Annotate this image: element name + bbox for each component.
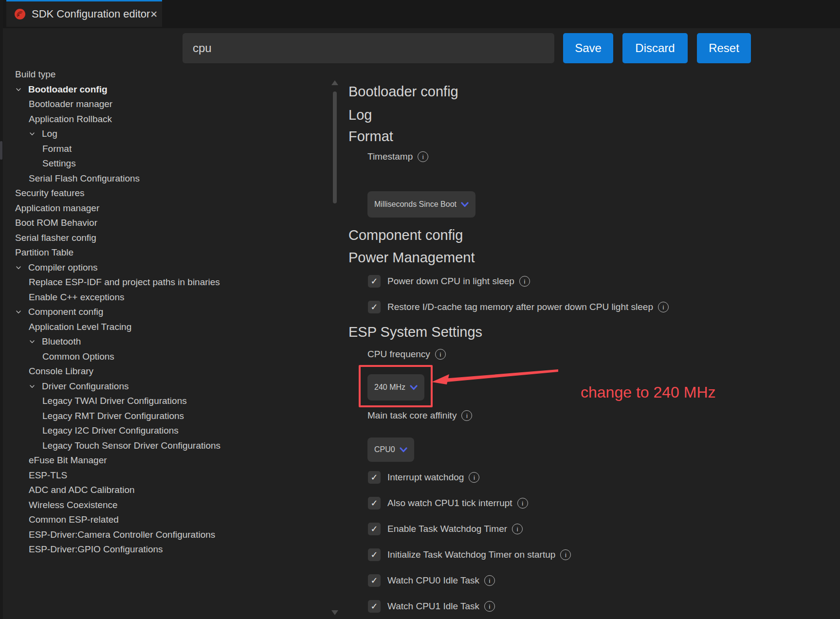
sidebar-item-label: Security features [15, 188, 85, 199]
check-icon [370, 277, 378, 286]
info-icon[interactable] [517, 498, 528, 509]
checkbox-label: Restore I/D-cache tag memory after power… [387, 302, 653, 312]
chevron-down-icon [461, 202, 469, 207]
sidebar-item[interactable]: Component config [0, 305, 321, 320]
sidebar-item[interactable]: Boot ROM Behavior [0, 216, 321, 231]
sidebar-item-label: Bluetooth [42, 336, 81, 347]
sidebar-item[interactable]: Legacy I2C Driver Configurations [0, 423, 321, 438]
chevron-down-icon[interactable] [29, 383, 42, 390]
sidebar-item[interactable]: Build type [0, 67, 321, 82]
timestamp-select[interactable]: Milliseconds Since Boot [367, 191, 475, 218]
info-icon[interactable] [435, 349, 446, 360]
checkbox[interactable] [368, 548, 381, 561]
sidebar-item[interactable]: ESP-Driver:GPIO Configurations [0, 542, 321, 557]
checkbox[interactable] [368, 600, 381, 613]
sidebar-item-label: Boot ROM Behavior [15, 218, 97, 228]
sidebar-item-label: Format [42, 144, 72, 154]
power-management-options: Power down CPU in light sleep Restore I/… [348, 273, 840, 315]
info-icon[interactable] [519, 276, 530, 287]
scrollbar-down-arrow-icon[interactable] [331, 610, 338, 615]
sidebar-item-label: Application manager [15, 203, 99, 214]
sidebar-item[interactable]: Application Rollback [0, 112, 321, 127]
sidebar-item[interactable]: eFuse Bit Manager [0, 453, 321, 468]
sidebar-item-label: Legacy I2C Driver Configurations [42, 425, 179, 436]
checkbox-label: Also watch CPU1 tick interrupt [387, 498, 512, 509]
sidebar-item[interactable]: Application manager [0, 201, 321, 216]
sidebar-item-label: Common Options [42, 351, 114, 362]
sidebar-item[interactable]: Bootloader manager [0, 97, 321, 112]
checkbox[interactable] [368, 301, 381, 313]
sidebar-item[interactable]: Console Library [0, 364, 321, 379]
chevron-down-icon[interactable] [15, 86, 28, 93]
sidebar-item-label: Log [42, 128, 57, 139]
sidebar-item-label: ESP-Driver:Camera Controller Configurati… [29, 529, 215, 540]
close-icon[interactable] [150, 9, 158, 20]
check-icon [370, 303, 378, 312]
info-icon[interactable] [461, 410, 472, 421]
sidebar-item[interactable]: Partition Table [0, 245, 321, 260]
checkbox[interactable] [368, 497, 381, 510]
sidebar-item[interactable]: ESP-TLS [0, 468, 321, 483]
sidebar-item[interactable]: ESP-Driver:Camera Controller Configurati… [0, 528, 321, 543]
check-icon [370, 550, 378, 560]
sidebar-item[interactable]: Driver Configurations [0, 379, 321, 394]
checkbox[interactable] [368, 574, 381, 587]
checkbox-label: Interrupt watchdog [387, 472, 464, 483]
checkbox-row: Watch CPU1 Idle Task [368, 598, 840, 615]
sidebar-item-label: Build type [15, 69, 55, 80]
sidebar-item[interactable]: Bluetooth [0, 334, 321, 349]
checkbox-row: Interrupt watchdog [368, 469, 840, 486]
sidebar-item[interactable]: Bootloader config [0, 82, 321, 97]
affinity-label-text: Main task core affinity [367, 410, 457, 421]
sidebar-item[interactable]: Log [0, 127, 321, 142]
sidebar-item-label: Partition Table [15, 247, 73, 258]
info-icon[interactable] [658, 302, 669, 312]
main-task-core-affinity-select[interactable]: CPU0 [367, 437, 414, 462]
tab-title: SDK Configuration editor [32, 8, 150, 20]
content-scrollbar-thumb[interactable] [333, 91, 337, 203]
sidebar-item[interactable]: Serial flasher config [0, 231, 321, 246]
scrollbar-up-arrow-icon[interactable] [331, 80, 338, 85]
info-icon[interactable] [484, 601, 495, 612]
info-icon[interactable] [512, 524, 523, 534]
info-icon[interactable] [484, 575, 495, 586]
checkbox-label: Power down CPU in light sleep [387, 276, 514, 287]
sidebar-item[interactable]: Settings [0, 156, 321, 171]
sidebar-item[interactable]: Application Level Tracing [0, 320, 321, 335]
tab-sdk-configuration-editor[interactable]: SDK Configuration editor [6, 0, 162, 27]
sidebar-item[interactable]: Legacy RMT Driver Configurations [0, 409, 321, 424]
chevron-down-icon[interactable] [15, 264, 28, 271]
sidebar-item[interactable]: Compiler options [0, 260, 321, 275]
info-icon[interactable] [418, 151, 428, 162]
sidebar-item-label: Replace ESP-IDF and project paths in bin… [29, 277, 220, 288]
info-icon[interactable] [469, 472, 479, 483]
check-icon [370, 473, 378, 482]
main-task-core-affinity-field-label: Main task core affinity [367, 409, 840, 422]
watchdog-options: Interrupt watchdog Also watch CPU1 tick … [348, 469, 840, 615]
sidebar-item[interactable]: Serial Flash Configurations [0, 171, 321, 186]
sidebar-item[interactable]: Replace ESP-IDF and project paths in bin… [0, 275, 321, 290]
sidebar-item[interactable]: Format [0, 142, 321, 157]
sidebar-item[interactable]: Wireless Coexistence [0, 498, 321, 513]
sidebar-item-label: Application Level Tracing [29, 322, 131, 332]
checkbox-label: Watch CPU1 Idle Task [387, 601, 479, 612]
sidebar-item-label: ESP-Driver:GPIO Configurations [29, 544, 163, 555]
sidebar-item[interactable]: ADC and ADC Calibration [0, 483, 321, 498]
sidebar-item-label: Wireless Coexistence [29, 500, 118, 510]
chevron-down-icon[interactable] [29, 130, 42, 137]
sidebar-item[interactable]: Legacy TWAI Driver Configurations [0, 394, 321, 409]
sidebar-item[interactable]: Enable C++ exceptions [0, 290, 321, 305]
sidebar-item-label: Bootloader manager [29, 99, 112, 109]
sidebar-item[interactable]: Common Options [0, 349, 321, 364]
sidebar-item[interactable]: Security features [0, 186, 321, 201]
checkbox[interactable] [368, 471, 381, 484]
sidebar-item[interactable]: Common ESP-related [0, 512, 321, 528]
checkbox[interactable] [368, 275, 381, 288]
checkbox[interactable] [368, 523, 381, 535]
sidebar-item[interactable]: Legacy Touch Sensor Driver Configuration… [0, 438, 321, 454]
cpu-frequency-select[interactable]: 240 MHz [367, 374, 424, 401]
chevron-down-icon[interactable] [15, 309, 28, 315]
info-icon[interactable] [560, 549, 571, 560]
chevron-down-icon[interactable] [29, 338, 42, 345]
cpu-frequency-select-value: 240 MHz [374, 383, 405, 392]
